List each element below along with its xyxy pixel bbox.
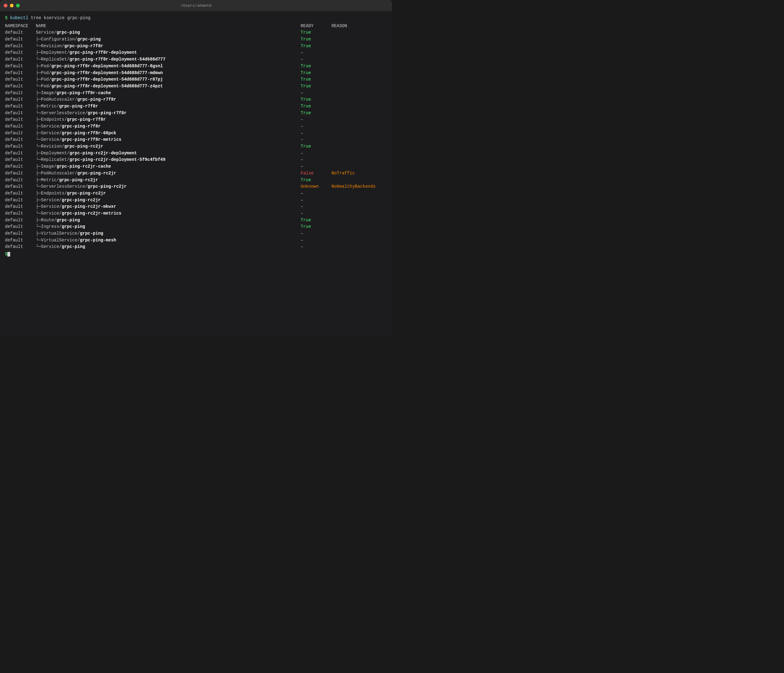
resource-name: grpc-ping-r7f8r (88, 111, 126, 115)
cell-ready: True (301, 76, 331, 83)
tree-indent: └─ (36, 84, 41, 89)
cell-namespace: default (5, 223, 36, 230)
cell-ready: – (301, 157, 331, 163)
cell-namespace: default (5, 170, 36, 177)
tree-indent: ├─ (36, 231, 41, 236)
cell-namespace: default (5, 190, 36, 197)
resource-name: grpc-ping-r7f8r-deployment (70, 50, 137, 55)
resource-name: grpc-ping-rc2jr (77, 171, 116, 176)
tree-indent: └─ (36, 137, 41, 142)
cell-reason (331, 136, 387, 143)
cell-name: Service/grpc-ping (36, 29, 301, 36)
resource-name: grpc-ping-r7f8r-deployment-54d688d777-z4… (51, 84, 163, 89)
tree-indent: ├─ (36, 151, 41, 156)
cell-namespace: default (5, 110, 36, 117)
cell-name: ├─Service/grpc-ping-r7f8r-68pck (36, 130, 301, 137)
cell-reason (331, 223, 387, 230)
cell-namespace: default (5, 63, 36, 70)
resource-name: grpc-ping-rc2jr (64, 144, 103, 149)
cell-ready: True (301, 103, 331, 110)
cell-reason (331, 90, 387, 97)
cell-name: ├─Pod/grpc-ping-r7f8r-deployment-54d688d… (36, 70, 301, 76)
resource-type: VirtualService/ (41, 231, 80, 236)
resource-type: ServerlessService/ (41, 184, 88, 189)
cell-ready: False (301, 170, 331, 177)
resource-name: grpc-ping (62, 224, 85, 229)
table-row: default └─Service/grpc-ping-r7f8r-metric… (5, 136, 387, 143)
cell-reason: NoTraffic (331, 170, 387, 177)
cell-namespace: default (5, 157, 36, 163)
cell-ready: – (301, 150, 331, 157)
table-row: default └─Revision/grpc-ping-rc2jr True (5, 143, 387, 150)
cell-name: └─Revision/grpc-ping-rc2jr (36, 143, 301, 150)
resource-type: Configuration/ (41, 37, 78, 42)
cell-namespace: default (5, 197, 36, 204)
cell-reason (331, 237, 387, 244)
cell-name: ├─Service/grpc-ping-r7f8r (36, 123, 301, 130)
tree-indent: ├─ (36, 131, 41, 136)
cell-name: ├─VirtualService/grpc-ping (36, 230, 301, 237)
resource-type: VirtualService/ (41, 238, 80, 243)
cell-name: ├─Endpoints/grpc-ping-rc2jr (36, 190, 301, 197)
cell-ready: – (301, 197, 331, 204)
cell-namespace: default (5, 203, 36, 210)
cell-name: └─ServerlessService/grpc-ping-r7f8r (36, 110, 301, 117)
cell-name: ├─Service/grpc-ping-rc2jr (36, 197, 301, 204)
cursor (8, 252, 10, 257)
resource-name: grpc-ping-r7f8r-metrics (62, 137, 121, 142)
cell-namespace: default (5, 76, 36, 83)
tree-indent: └─ (36, 238, 41, 243)
resource-name: grpc-ping-r7f8r-68pck (62, 131, 116, 136)
table-row: default └─Service/grpc-ping – (5, 244, 387, 250)
resource-type: Image/ (41, 90, 56, 95)
maximize-button[interactable] (16, 4, 20, 8)
table-row: default ├─Pod/grpc-ping-r7f8r-deployment… (5, 76, 387, 83)
cell-namespace: default (5, 237, 36, 244)
resource-type: Route/ (41, 218, 56, 223)
cell-name: └─Ingress/grpc-ping (36, 223, 301, 230)
resource-name: grpc-ping (56, 30, 80, 35)
table-row: default ├─Service/grpc-ping-r7f8r – (5, 123, 387, 130)
table-row: default ├─PodAutoscaler/grpc-ping-r7f8r … (5, 96, 387, 103)
table-header: NAMESPACE NAME READY REASON (5, 23, 387, 30)
table-row: default ├─Route/grpc-ping True (5, 217, 387, 224)
cell-ready: – (301, 136, 331, 143)
cell-ready: True (301, 43, 331, 50)
tree-indent: ├─ (36, 171, 41, 176)
terminal-body[interactable]: $ kubectl tree kservice grpc-ping NAMESP… (0, 11, 392, 336)
resource-name: grpc-ping-r7f8r-deployment-54d688d777-md… (51, 70, 163, 75)
traffic-lights (4, 4, 20, 8)
tree-indent: ├─ (36, 204, 41, 209)
table-row: default ├─Endpoints/grpc-ping-r7f8r – (5, 116, 387, 123)
cell-namespace: default (5, 96, 36, 103)
cell-namespace: default (5, 230, 36, 237)
resource-name: grpc-ping-rc2jr (88, 184, 126, 189)
cell-name: ├─Image/grpc-ping-rc2jr-cache (36, 163, 301, 170)
table-row: default └─Ingress/grpc-ping True (5, 223, 387, 230)
resource-type: Service/ (41, 204, 62, 209)
tree-indent: ├─ (36, 191, 41, 196)
final-prompt-symbol: $ (5, 251, 8, 258)
resource-type: Deployment/ (41, 50, 70, 55)
titlebar: /Users/ahmetb (0, 0, 392, 11)
resource-type: Service/ (41, 211, 62, 216)
minimize-button[interactable] (10, 4, 14, 8)
resource-name: grpc-ping-r7f8r (64, 44, 103, 48)
cell-name: ├─Pod/grpc-ping-r7f8r-deployment-54d688d… (36, 63, 301, 70)
close-button[interactable] (4, 4, 8, 8)
cell-ready: – (301, 49, 331, 56)
tree-indent: ├─ (36, 124, 41, 129)
tree-indent: └─ (36, 111, 41, 115)
cell-ready: – (301, 56, 331, 63)
cell-namespace: default (5, 116, 36, 123)
resource-name: grpc-ping (62, 244, 85, 249)
cell-ready: True (301, 110, 331, 117)
header-namespace: NAMESPACE (5, 23, 36, 30)
tree-indent: └─ (36, 244, 41, 249)
cell-reason (331, 210, 387, 217)
tree-indent: └─ (36, 57, 41, 62)
tree-indent: └─ (36, 144, 41, 149)
tree-indent: ├─ (36, 218, 41, 223)
resource-type: PodAutoscaler/ (41, 97, 78, 102)
table-row: default ├─Service/grpc-ping-rc2jr-mkwxr … (5, 203, 387, 210)
